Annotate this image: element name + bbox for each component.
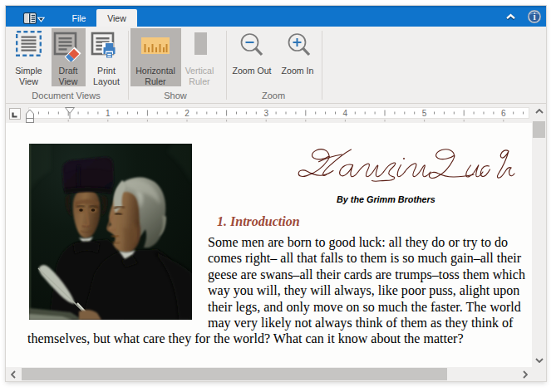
svg-text:4: 4 — [343, 109, 348, 118]
svg-text:1: 1 — [106, 109, 111, 118]
svg-text:3: 3 — [263, 109, 268, 118]
svg-text:6: 6 — [501, 109, 506, 118]
svg-text:5: 5 — [422, 109, 427, 118]
svg-text:2: 2 — [185, 109, 189, 118]
